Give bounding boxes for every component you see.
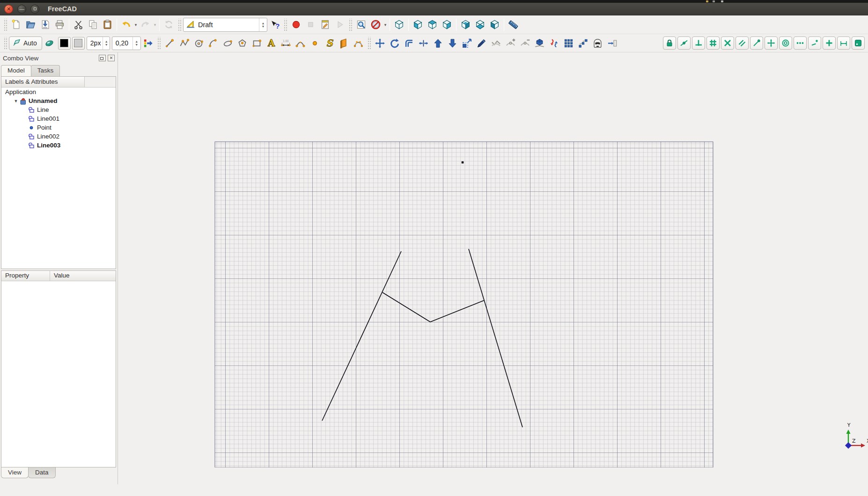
window-close-button[interactable]: ✕ <box>4 5 13 14</box>
apply-style-button[interactable] <box>141 36 155 51</box>
text-scale-field[interactable]: 0,20▲▼ <box>112 36 141 50</box>
text-scale-spin-buttons[interactable]: ▲▼ <box>132 37 140 50</box>
draft-wire-to-bspline-button[interactable] <box>489 36 503 51</box>
draft-wire-button[interactable] <box>177 36 191 51</box>
redo-dropdown-arrow[interactable]: ▾ <box>153 22 157 27</box>
draft-arc-button[interactable] <box>206 36 221 51</box>
view-top-button[interactable] <box>425 17 440 32</box>
undo-button[interactable] <box>119 17 133 32</box>
draft-circle-button[interactable] <box>191 36 206 51</box>
line-width-spin-buttons[interactable]: ▲▼ <box>103 37 109 50</box>
new-document-button[interactable] <box>9 17 23 32</box>
tree-item-unnamed[interactable]: ▼Unnamed <box>1 96 116 105</box>
snap-dimensions-toggle[interactable] <box>837 36 850 50</box>
line-color-button[interactable] <box>58 37 71 50</box>
draft-delete-point-button[interactable] <box>518 36 532 51</box>
viewport-canvas[interactable]: YXZ <box>118 52 868 467</box>
toolbar-grip[interactable] <box>3 37 7 49</box>
panel-close-button[interactable]: ✕ <box>108 55 115 61</box>
snap-intersection-toggle[interactable] <box>721 36 734 50</box>
snap-parallel-toggle[interactable] <box>736 36 749 50</box>
draft-upgrade-button[interactable] <box>431 36 445 51</box>
toolbar-grip[interactable] <box>348 19 353 31</box>
snap-center-toggle[interactable] <box>779 36 792 50</box>
view-right-button[interactable] <box>440 17 454 32</box>
measure-distance-button[interactable] <box>506 17 521 32</box>
draft-mirror-button[interactable] <box>605 36 619 51</box>
redo-button[interactable] <box>138 17 153 32</box>
property-column-property[interactable]: Property <box>1 271 50 281</box>
save-document-button[interactable] <box>38 17 52 32</box>
toolbar-grip[interactable] <box>177 19 182 31</box>
draft-edit-button[interactable] <box>474 36 489 51</box>
draft-dimension-button[interactable]: 1.00 <box>279 36 293 51</box>
view-front-button[interactable] <box>411 17 425 32</box>
refresh-button[interactable] <box>162 17 176 32</box>
draft-rectangle-button[interactable] <box>250 36 264 51</box>
view-left-button[interactable] <box>487 17 502 32</box>
working-plane-button[interactable]: Auto <box>9 36 42 50</box>
toolbar-grip[interactable] <box>3 19 7 31</box>
tab-tasks[interactable]: Tasks <box>31 65 60 76</box>
draft-to-sketch-button[interactable] <box>547 36 561 51</box>
tree-item-line002[interactable]: Line002 <box>1 132 116 141</box>
draft-point-button[interactable] <box>308 36 322 51</box>
toolbar-grip[interactable] <box>367 37 371 49</box>
undo-dropdown-arrow[interactable]: ▾ <box>133 22 138 27</box>
line-width-field[interactable]: 2px▲▼ <box>87 36 110 50</box>
tree-item-line003[interactable]: Line003 <box>1 141 116 150</box>
construction-mode-button[interactable] <box>42 36 57 51</box>
draw-style-button[interactable] <box>368 17 383 32</box>
whats-this-button[interactable]: ? <box>267 17 282 32</box>
panel-float-button[interactable] <box>99 55 106 61</box>
draft-ellipse-button[interactable] <box>221 36 235 51</box>
draft-downgrade-button[interactable] <box>445 36 460 51</box>
draft-add-point-button[interactable] <box>503 36 518 51</box>
copy-button[interactable] <box>86 17 100 32</box>
toolbar-grip[interactable] <box>283 19 287 31</box>
draft-line-button[interactable] <box>162 36 177 51</box>
snap-midpoint-toggle[interactable] <box>677 36 691 50</box>
draft-rotate-button[interactable] <box>387 36 402 51</box>
draft-array-button[interactable] <box>561 36 576 51</box>
draft-shapestring-button[interactable]: S <box>322 36 337 51</box>
workbench-selector-spin-buttons[interactable]: ▲▼ <box>259 18 267 31</box>
draft-text-button[interactable]: A <box>264 36 279 51</box>
open-document-button[interactable] <box>23 17 38 32</box>
draft-facebinder-button[interactable] <box>337 36 351 51</box>
snap-endpoint-toggle[interactable] <box>750 36 763 50</box>
snap-workingplane-toggle[interactable] <box>852 36 865 50</box>
document-tab[interactable]: Unnamed : 1* ✖ <box>118 467 868 496</box>
draft-shape2dview-button[interactable] <box>532 36 547 51</box>
window-minimize-button[interactable]: — <box>17 5 26 14</box>
expander-icon[interactable]: ▼ <box>13 99 19 103</box>
title-bar[interactable]: ✕ — FreeCAD <box>0 3 868 15</box>
tab-model[interactable]: Model <box>1 65 31 76</box>
macro-stop-button[interactable] <box>303 17 318 32</box>
draft-path-array-button[interactable] <box>576 36 590 51</box>
snap-lock-toggle[interactable] <box>663 36 676 50</box>
draw-style-dropdown-arrow[interactable]: ▾ <box>383 22 388 27</box>
face-color-button[interactable] <box>72 37 85 50</box>
tab-data[interactable]: Data <box>28 467 56 478</box>
view-fit-all-button[interactable] <box>354 17 368 32</box>
snap-near-toggle[interactable] <box>808 36 821 50</box>
draft-clone-button[interactable] <box>590 36 605 51</box>
view-axonometric-button[interactable] <box>392 17 406 32</box>
draft-offset-button[interactable] <box>402 36 416 51</box>
tree-item-point[interactable]: Point <box>1 123 116 132</box>
toolbar-grip[interactable] <box>157 37 161 49</box>
draft-object-Point[interactable] <box>462 161 464 164</box>
print-button[interactable] <box>52 17 67 32</box>
draft-move-button[interactable] <box>373 36 387 51</box>
tree-item-line[interactable]: Line <box>1 105 116 114</box>
window-maximize-button[interactable] <box>30 5 39 14</box>
snap-grid-toggle[interactable] <box>706 36 720 50</box>
view-bottom-button[interactable] <box>473 17 487 32</box>
snap-ortho-toggle[interactable] <box>765 36 778 50</box>
cut-button[interactable] <box>71 17 86 32</box>
draft-bezcurve-button[interactable] <box>351 36 366 51</box>
workbench-selector[interactable]: Draft▲▼ <box>183 18 267 32</box>
draft-scale-button[interactable] <box>460 36 474 51</box>
macro-edit-button[interactable] <box>318 17 332 32</box>
